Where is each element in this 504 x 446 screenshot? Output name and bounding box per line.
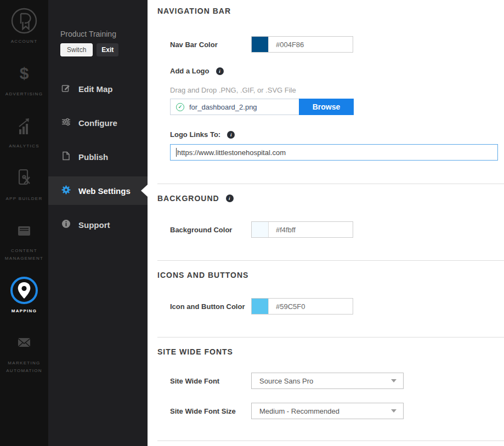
- icon-button-color-swatch[interactable]: [252, 299, 269, 314]
- menu-item-label: Web Settings: [78, 186, 131, 196]
- gear-icon: [61, 185, 71, 196]
- chevron-down-icon: [391, 409, 397, 413]
- menu-item-label: Publish: [78, 152, 108, 162]
- sidebar-item-analytics[interactable]: ANALYTICS: [0, 111, 48, 150]
- menu-item-edit-map[interactable]: Edit Map: [48, 75, 148, 103]
- background-color-field: #f4fbff: [251, 221, 353, 238]
- logo-links-label: Logo Links To:: [170, 130, 220, 139]
- icon-button-color-value[interactable]: #59C5F0: [269, 299, 353, 314]
- envelope-icon: [14, 328, 34, 357]
- logo-links-input[interactable]: [170, 144, 498, 161]
- section-divider: [157, 184, 504, 184]
- site-font-label: Site Wide Font: [170, 377, 251, 385]
- exit-button[interactable]: Exit: [97, 43, 118, 56]
- sidebar-item-label: ADVERTISING: [3, 90, 45, 98]
- sidebar-item-account[interactable]: ACCOUNT: [0, 7, 48, 45]
- background-color-row: Background Color #f4fbff: [170, 221, 504, 238]
- section-title-site-fonts: SITE WIDE FONTS: [157, 347, 504, 356]
- section-title-text: SITE WIDE FONTS: [157, 347, 233, 356]
- menu-item-label: Support: [78, 220, 110, 230]
- section-title-text: BACKGROUND: [157, 194, 219, 203]
- primary-sidebar: ACCOUNT $ ADVERTISING ANALYTICS AP: [0, 0, 48, 446]
- analytics-chart-icon: [14, 111, 34, 140]
- site-font-size-label: Site Wide Font Size: [170, 407, 251, 415]
- browse-button[interactable]: Browse: [299, 99, 354, 115]
- site-font-dropdown[interactable]: Source Sans Pro: [251, 373, 404, 389]
- info-circle-icon: [61, 219, 71, 230]
- sliders-icon: [61, 117, 71, 128]
- info-icon[interactable]: i: [226, 195, 234, 202]
- logo-links-label-row: Logo Links To: i: [170, 130, 504, 139]
- secondary-sidebar: Product Training Switch Exit Edit Map: [48, 0, 148, 446]
- background-color-swatch[interactable]: [252, 222, 269, 237]
- menu-item-support[interactable]: Support: [48, 210, 148, 239]
- section-title-icons-buttons: ICONS AND BUTTONS: [157, 271, 504, 279]
- check-icon: ✓: [176, 103, 184, 111]
- site-font-size-row: Site Wide Font Size Medium - Recommended: [170, 403, 504, 419]
- site-font-row: Site Wide Font Source Sans Pro: [170, 373, 504, 389]
- sidebar-item-advertising[interactable]: $ ADVERTISING: [0, 59, 48, 98]
- drag-drop-hint: Drag and Drop .PNG, .GIF, or .SVG File: [170, 86, 504, 94]
- menu-item-label: Configure: [78, 118, 117, 128]
- sidebar-item-label: CONTENT MANAGEMENT: [0, 247, 48, 262]
- nav-bar-color-label: Nav Bar Color: [170, 41, 251, 49]
- section-title-navigation-bar: NAVIGATION BAR: [157, 7, 504, 15]
- section-title-background: BACKGROUND i: [157, 194, 504, 203]
- add-logo-label: Add a Logo: [170, 67, 209, 75]
- background-color-value[interactable]: #f4fbff: [269, 222, 353, 237]
- project-header: Product Training Switch Exit: [48, 0, 148, 56]
- uploaded-file-box: ✓ for_dashboard_2.png: [170, 99, 299, 115]
- sidebar-item-app-builder[interactable]: APP BUILDER: [0, 164, 48, 203]
- icon-button-color-row: Icon and Button Color #59C5F0: [170, 298, 504, 315]
- phone-tools-icon: [14, 164, 35, 192]
- map-pin-icon: [9, 276, 39, 305]
- edit-pencil-icon: [61, 83, 71, 94]
- menu-item-label: Edit Map: [78, 84, 113, 94]
- sidebar-item-mapping[interactable]: MAPPING: [0, 276, 48, 315]
- chevron-down-icon: [391, 379, 397, 382]
- sidebar-item-label: ACCOUNT: [9, 38, 40, 45]
- sidebar-item-label: APP BUILDER: [3, 195, 44, 203]
- site-font-value: Source Sans Pro: [259, 377, 313, 385]
- icon-button-color-field: #59C5F0: [251, 298, 353, 315]
- project-title: Product Training: [60, 30, 148, 38]
- site-font-size-dropdown[interactable]: Medium - Recommended: [251, 403, 404, 419]
- menu-item-configure[interactable]: Configure: [48, 108, 148, 137]
- nav-bar-color-field: #004F86: [251, 36, 353, 53]
- nav-bar-color-row: Nav Bar Color #004F86: [170, 36, 504, 53]
- sidebar-item-content-management[interactable]: CONTENT MANAGEMENT: [0, 216, 48, 262]
- sidebar-item-label: MAPPING: [9, 307, 39, 315]
- menu-item-publish[interactable]: Publish: [48, 142, 148, 171]
- section-divider: [157, 441, 504, 441]
- section-title-text: ICONS AND BUTTONS: [157, 271, 248, 279]
- section-divider: [157, 337, 504, 338]
- menu-item-web-settings[interactable]: Web Settings: [48, 176, 148, 205]
- logo-links-input-wrap: [170, 144, 498, 161]
- text-caret: [176, 148, 177, 157]
- nav-bar-color-value[interactable]: #004F86: [269, 37, 353, 52]
- sidebar-item-marketing-automation[interactable]: MARKETING AUTOMATION: [0, 328, 48, 374]
- sidebar-item-label: ANALYTICS: [7, 142, 42, 150]
- logo-upload-row: ✓ for_dashboard_2.png Browse: [170, 99, 504, 115]
- active-item-arrow: [141, 185, 148, 197]
- settings-panel: NAVIGATION BAR Nav Bar Color #004F86 Add…: [148, 0, 504, 446]
- section-divider: [157, 260, 504, 261]
- dollar-icon: $: [20, 59, 29, 88]
- nav-bar-color-swatch[interactable]: [252, 37, 269, 52]
- background-color-label: Background Color: [170, 226, 251, 234]
- switch-button[interactable]: Switch: [60, 43, 93, 56]
- icon-button-color-label: Icon and Button Color: [170, 302, 251, 311]
- site-font-size-value: Medium - Recommended: [259, 407, 339, 415]
- add-logo-label-row: Add a Logo i: [170, 67, 504, 75]
- sidebar-item-label: MARKETING AUTOMATION: [0, 359, 48, 374]
- uploaded-file-name: for_dashboard_2.png: [189, 103, 257, 111]
- info-icon[interactable]: i: [227, 131, 235, 139]
- document-icon: [61, 151, 71, 162]
- section-title-text: NAVIGATION BAR: [157, 7, 231, 15]
- account-logo-icon: [10, 7, 38, 35]
- info-icon[interactable]: i: [216, 67, 224, 75]
- archive-box-icon: [14, 216, 34, 244]
- secondary-menu: Edit Map Configure Publish: [48, 75, 148, 244]
